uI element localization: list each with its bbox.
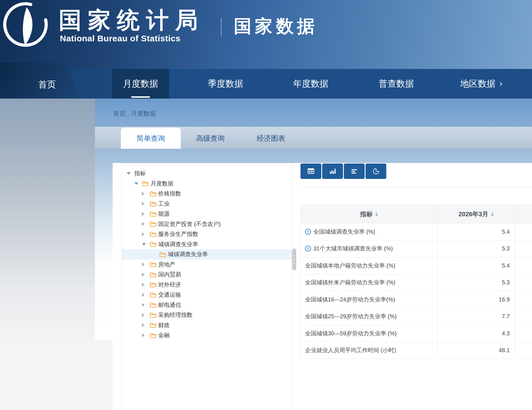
indicator-cell[interactable]: 全国城镇30—59岁劳动力失业率 (%) [301,325,438,342]
tree-caret-icon[interactable] [142,262,150,266]
column-header-extra [515,205,532,223]
tree-item[interactable]: 邮电通信 [122,300,292,310]
tree-item[interactable]: 能源 [122,209,292,219]
chevron-right-icon: › [499,79,502,87]
tree-caret-icon[interactable] [142,243,150,246]
breadcrumb[interactable]: 首页 . 月度数据 [113,109,156,118]
indicator-label: 全国城镇30—59岁劳动力失业率 (%) [305,330,397,337]
column-header-indicator[interactable]: 指标 [301,205,438,223]
table-icon [307,168,315,175]
tree-item-label: 交通运输 [158,291,181,299]
tree-caret-icon[interactable] [142,273,150,277]
tree-caret-icon[interactable] [127,172,134,175]
table-row: 企业就业人员周平均工作时间 (小时) 48.1 [301,342,532,359]
tree-item-label: 国内贸易 [158,271,181,278]
bar-chart-button[interactable] [322,164,343,179]
main-nav [0,69,532,99]
tree-item[interactable]: 服务业生产指数 [122,229,292,239]
sort-icon[interactable] [375,212,378,216]
value-cell: 7.7 [438,308,515,325]
indicator-cell[interactable]: 全国城镇本地户籍劳动力失业率 (%) [301,257,438,274]
portal-title: 国家数据 [234,14,318,38]
indicator-label: 全国城镇25—29岁劳动力失业率 (%) [305,313,397,320]
pie-chart-button[interactable] [366,164,386,179]
empty-cell [515,308,532,325]
tree-item[interactable]: 城镇调查失业率 [122,239,292,250]
empty-cell [515,274,532,291]
folder-icon [150,333,158,338]
tree-item[interactable]: 对外经济 [122,280,292,290]
sort-icon[interactable] [491,212,494,216]
folder-icon [150,262,158,267]
empty-cell [515,240,532,257]
folder-icon [150,191,158,197]
indicator-cell[interactable]: ! 全国城镇调查失业率 (%) [301,223,438,240]
table-row: 全国城镇25—29岁劳动力失业率 (%) 7.7 [301,308,532,325]
nbs-logo-icon [3,1,48,50]
tree-caret-icon[interactable] [142,222,150,226]
indicator-cell[interactable]: 全国城镇25—29岁劳动力失业率 (%) [301,308,438,325]
table-row: ! 31个大城市城镇调查失业率 (%) 5.3 [301,240,532,258]
indicator-cell[interactable]: ! 31个大城市城镇调查失业率 (%) [301,240,438,257]
nav-item-annual[interactable]: 年度数据 [282,69,339,99]
table-row: 全国城镇30—59岁劳动力失业率 (%) 4.3 [301,325,532,342]
tree-item-label: 邮电通信 [158,301,181,309]
site-subtitle: National Bureau of Statistics [60,34,180,43]
tree-item[interactable]: 价格指数 [122,189,292,199]
tree-item[interactable]: 城镇调查失业率 [122,249,292,260]
tree-caret-icon[interactable] [142,202,150,206]
tab-advanced-query[interactable]: 高级查询 [183,128,237,149]
tree-caret-icon[interactable] [142,212,150,216]
tree-caret-icon[interactable] [142,283,150,287]
folder-icon [150,282,158,287]
tree-item-label: 服务业生产指数 [158,230,198,238]
info-icon[interactable]: ! [305,229,311,235]
folder-icon [150,211,158,217]
tree-item-label: 房地产 [158,261,175,268]
value-cell: 5.3 [438,240,515,257]
tree-item[interactable]: 月度数据 [122,179,292,189]
tree-caret-icon[interactable] [142,232,150,236]
tree-caret-icon[interactable] [142,293,150,297]
column-header-indicator-label: 指标 [360,210,373,219]
column-header-period-label: 2026年3月 [458,210,488,219]
empty-cell [515,342,532,359]
folder-icon [150,292,158,298]
indicator-cell[interactable]: 全国城镇外来户籍劳动力失业率 (%) [301,274,438,291]
value-cell: 5.4 [438,223,515,240]
folder-icon [142,181,151,186]
tree-item[interactable]: 指标 [122,168,292,179]
data-table: 指标 2026年3月 ! 全国城镇调查失业率 (%) 5.4 ! 31个大城市城… [300,205,532,359]
tab-simple-query[interactable]: 简单查询 [121,128,181,149]
nav-item-regional[interactable]: 地区数据 › [453,69,510,99]
nav-item-census[interactable]: 普查数据 [368,69,425,99]
tree-item[interactable]: 采购经理指数 [122,310,292,320]
nav-item-quarterly[interactable]: 季度数据 [197,69,254,99]
tree-item[interactable]: 国内贸易 [122,270,292,280]
tree-caret-icon[interactable] [134,182,142,185]
tree-scrollbar-thumb[interactable] [292,248,296,270]
tree-caret-icon[interactable] [142,313,150,317]
table-view-button[interactable] [300,164,321,179]
nav-item-home-label[interactable]: 首页 [38,79,56,91]
tree-caret-icon[interactable] [142,323,150,327]
tree-caret-icon[interactable] [142,333,150,337]
nav-item-monthly[interactable]: 月度数据 [112,69,169,99]
tab-economic-charts[interactable]: 经济图表 [243,128,299,149]
indicator-cell[interactable]: 企业就业人员周平均工作时间 (小时) [301,342,438,359]
folder-icon [150,201,158,207]
horizontal-bar-button[interactable] [344,164,365,179]
indicator-cell[interactable]: 全国城镇16—24岁劳动力失业率(%) [301,291,438,308]
tree-item[interactable]: 工业 [122,199,292,209]
tree-item[interactable]: 固定资产投资 (不含农户) [122,219,292,229]
nav-active-underline [131,96,150,98]
tree-item[interactable]: 财政 [122,320,292,331]
tree-item[interactable]: 金融 [122,330,292,340]
column-header-period[interactable]: 2026年3月 [438,205,515,223]
info-icon[interactable]: ! [305,246,311,252]
tree-item[interactable]: 房地产 [122,260,292,270]
tree-caret-icon[interactable] [142,192,150,196]
table-row: 全国城镇外来户籍劳动力失业率 (%) 5.3 [301,274,532,291]
tree-caret-icon[interactable] [142,303,150,307]
tree-item[interactable]: 交通运输 [122,290,292,300]
